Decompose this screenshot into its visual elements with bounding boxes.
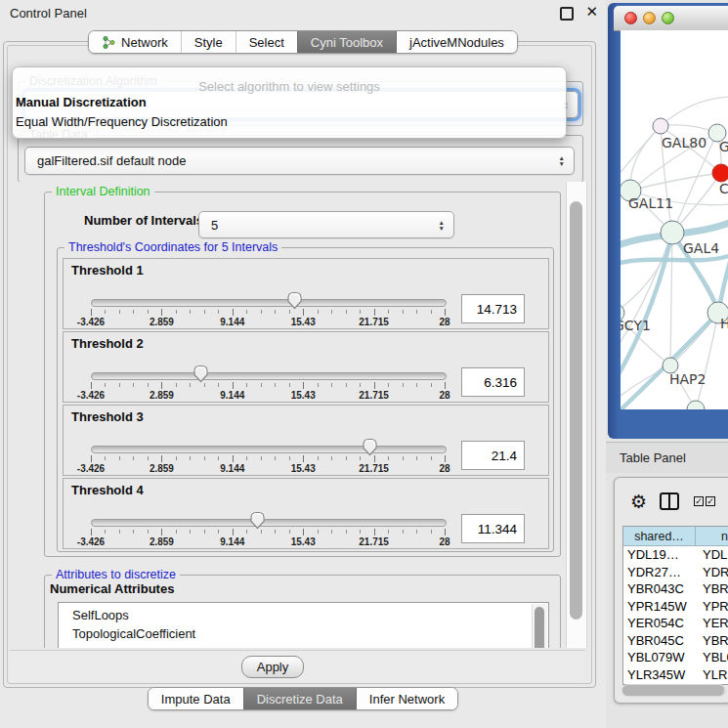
- tab-jactivemnodules[interactable]: jActiveMNodules: [396, 31, 517, 53]
- tab-style[interactable]: Style: [181, 31, 236, 53]
- column-header-name[interactable]: n: [696, 527, 728, 546]
- column-header-shared-name[interactable]: shared…: [623, 527, 696, 546]
- table-panel-toolbar: ⚙ ✓ ✓: [615, 478, 728, 525]
- attribute-item-topologicalcoefficient[interactable]: TopologicalCoefficient: [59, 624, 548, 643]
- network-node-unlabeled[interactable]: [687, 401, 705, 409]
- table-row[interactable]: YBL079WYBL0: [623, 649, 728, 666]
- column-visibility-icons: ✓ ✓: [694, 496, 715, 506]
- settings-gear-icon[interactable]: ⚙: [630, 492, 647, 511]
- apply-button[interactable]: Apply: [241, 656, 304, 678]
- thresholds-group: Threshold's Coordinates for 5 Intervals …: [57, 247, 554, 552]
- attribute-item-betweennesscentrality[interactable]: BetweennessCentrality: [59, 643, 548, 648]
- table-horizontal-scrollbar[interactable]: [621, 684, 726, 697]
- network-canvas[interactable]: GAL80GACGAL11GAL4GCY1HHAP2: [621, 30, 728, 409]
- network-node-c[interactable]: [712, 164, 728, 182]
- threshold-panel-2: Threshold 2-3.4262.8599.14415.4321.71528…: [63, 331, 549, 403]
- slider-tick-label: -3.426: [77, 536, 105, 547]
- threshold-3-value-field[interactable]: 21.4: [461, 441, 525, 470]
- attribute-item-selfloops[interactable]: SelfLoops: [59, 606, 548, 624]
- slider-tick-label: 2.859: [150, 463, 174, 474]
- table-row[interactable]: YBR045CYBR0: [623, 632, 728, 650]
- slider-tick-label: -3.426: [77, 390, 105, 401]
- threshold-4-slider-track[interactable]: [91, 519, 447, 527]
- network-edge[interactable]: [621, 126, 661, 182]
- threshold-3-slider-track[interactable]: [91, 446, 447, 453]
- app-root: Control Panel ✕ NetworkStyleSelectCyni T…: [0, 0, 728, 728]
- network-edge[interactable]: [621, 255, 728, 265]
- network-edge[interactable]: [630, 173, 721, 191]
- tab-label: Network: [121, 35, 168, 50]
- close-icon[interactable]: ✕: [585, 3, 598, 21]
- slider-tick: [161, 309, 162, 316]
- tab-network[interactable]: Network: [89, 31, 181, 53]
- slider-tick: [91, 382, 92, 389]
- slider-tick: [346, 530, 347, 534]
- threshold-1-slider-track[interactable]: [91, 299, 447, 307]
- network-edge[interactable]: [661, 97, 728, 126]
- algorithm-option-manual-discretization[interactable]: Manual Discretization: [16, 95, 147, 109]
- threshold-4-slider-handle[interactable]: [249, 511, 266, 530]
- close-traffic-light[interactable]: [624, 12, 637, 24]
- slider-tick: [190, 530, 191, 534]
- slider-tick: [246, 383, 247, 387]
- control-panel-title: Control Panel: [10, 6, 87, 21]
- slider-tick: [388, 530, 389, 534]
- threshold-4-value-field[interactable]: 11.344: [461, 514, 525, 543]
- tab-infer-network[interactable]: Infer Network: [356, 688, 457, 709]
- slider-tick: [360, 383, 361, 387]
- threshold-2-slider-track[interactable]: [91, 372, 447, 380]
- threshold-1-slider-handle[interactable]: [286, 291, 303, 310]
- network-edge[interactable]: [621, 233, 672, 353]
- scrollbar-thumb[interactable]: [570, 201, 582, 620]
- network-graph[interactable]: GAL80GACGAL11GAL4GCY1HHAP2: [621, 30, 728, 409]
- slider-tick-label: 21.715: [359, 390, 389, 401]
- numerical-attributes-list[interactable]: SelfLoopsTopologicalCoefficientBetweenne…: [58, 602, 549, 648]
- slider-tick: [261, 530, 262, 534]
- slider-tick-label: 21.715: [359, 463, 389, 474]
- table-data-combo[interactable]: galFiltered.sif default node ▲▼: [24, 147, 575, 175]
- minimize-traffic-light[interactable]: [643, 12, 656, 24]
- tab-impute-data[interactable]: Impute Data: [149, 688, 243, 709]
- float-window-icon[interactable]: [560, 7, 574, 21]
- tab-discretize-data[interactable]: Discretize Data: [243, 688, 356, 709]
- attributes-scrollbar[interactable]: [532, 604, 547, 648]
- table-row[interactable]: YPR145WYPR1: [623, 598, 728, 616]
- number-of-intervals-combo[interactable]: 5 ▲▼: [198, 211, 454, 238]
- slider-tick: [346, 310, 347, 314]
- slider-tick: [261, 310, 262, 314]
- zoom-traffic-light[interactable]: [662, 12, 674, 24]
- table-row[interactable]: YER054CYER0: [623, 615, 728, 632]
- algorithm-option-equal-width-frequency-discretization[interactable]: Equal Width/Frequency Discretization: [16, 114, 228, 129]
- cell-shared-name: YLR345W: [623, 667, 696, 682]
- slider-tick: [105, 310, 106, 314]
- slider-tick: [190, 456, 191, 460]
- scrollbar-thumb[interactable]: [622, 685, 724, 696]
- table-row[interactable]: YDR27…YDR2: [623, 564, 728, 581]
- slider-tick: [119, 310, 120, 314]
- network-node-gal80[interactable]: [653, 118, 668, 134]
- settings-scroll-viewport: Interval Definition Number of Intervals …: [9, 182, 566, 648]
- checkbox-icon[interactable]: ✓: [694, 496, 704, 506]
- checkbox-icon[interactable]: ✓: [706, 496, 715, 506]
- threshold-2-value-field[interactable]: 6.316: [461, 367, 525, 397]
- tab-cyni-toolbox[interactable]: Cyni Toolbox: [297, 31, 396, 53]
- threshold-3-slider-handle[interactable]: [362, 438, 378, 456]
- table-row[interactable]: YDL19…YDL1: [623, 546, 728, 564]
- network-edge[interactable]: [670, 233, 672, 365]
- table-panel: ⚙ ✓ ✓ shared… n YDL19…YDL1YDR27…YDR2YBR0…: [614, 477, 728, 704]
- threshold-2-slider-handle[interactable]: [193, 364, 209, 383]
- slider-tick: [374, 309, 375, 316]
- settings-vertical-scrollbar[interactable]: [566, 182, 587, 648]
- combo-spinner-icon: ▲▼: [439, 220, 445, 231]
- split-columns-icon[interactable]: [660, 492, 679, 510]
- tab-select[interactable]: Select: [236, 31, 297, 53]
- slider-tick-label: 28: [439, 390, 450, 401]
- slider-tick: [289, 456, 290, 460]
- slider-tick: [403, 530, 404, 534]
- table-row[interactable]: YLR345WYLR3: [623, 666, 728, 684]
- slider-tick: [133, 310, 134, 314]
- cell-shared-name: YBL079W: [623, 650, 696, 664]
- network-node-gal4[interactable]: [661, 221, 684, 244]
- table-row[interactable]: YBR043CYBR0: [623, 580, 728, 598]
- threshold-1-value-field[interactable]: 14.713: [461, 294, 525, 323]
